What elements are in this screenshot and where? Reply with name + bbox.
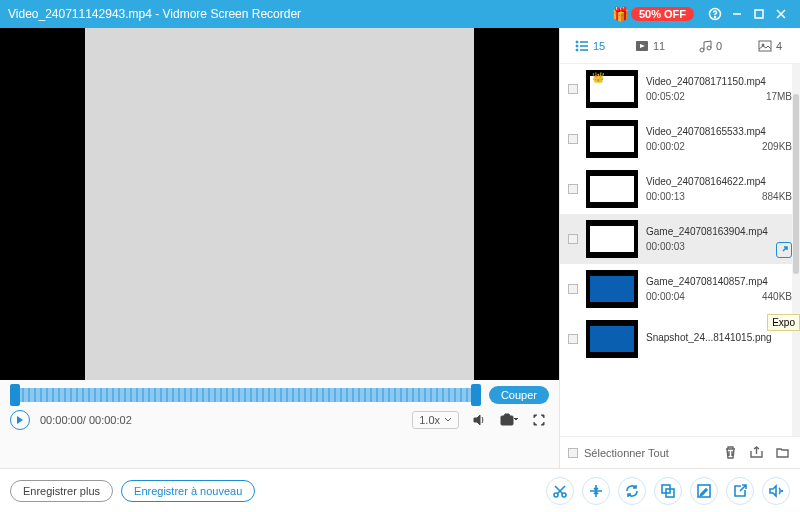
snapshot-icon[interactable] (499, 410, 519, 430)
merge-tool[interactable] (654, 477, 682, 505)
maximize-icon[interactable] (748, 3, 770, 25)
item-share-icon[interactable] (776, 242, 792, 258)
folder-button[interactable] (772, 443, 792, 463)
recordings-list[interactable]: 👑Video_240708171150.mp400:05:0217MBVideo… (560, 64, 800, 436)
item-checkbox[interactable] (568, 84, 578, 94)
item-checkbox[interactable] (568, 184, 578, 194)
trim-timeline[interactable] (10, 388, 481, 402)
trim-tool[interactable] (546, 477, 574, 505)
trim-handle-right[interactable] (471, 384, 481, 406)
export-button[interactable] (746, 443, 766, 463)
item-thumbnail (586, 270, 638, 308)
item-checkbox[interactable] (568, 334, 578, 344)
item-size: 209KB (762, 141, 792, 152)
compress-tool[interactable] (582, 477, 610, 505)
item-filename: Game_240708140857.mp4 (646, 276, 792, 287)
svg-point-4 (505, 418, 510, 423)
gift-icon: 🎁 (612, 6, 629, 22)
record-more-button[interactable]: Enregistrer plus (10, 480, 113, 502)
item-checkbox[interactable] (568, 234, 578, 244)
convert-tool[interactable] (618, 477, 646, 505)
list-item[interactable]: Video_240708164622.mp400:00:13884KB (560, 164, 800, 214)
item-duration: 00:00:02 (646, 141, 685, 152)
audio-icon (698, 39, 712, 53)
export-tooltip: Expo (767, 314, 800, 331)
item-size: 440KB (762, 291, 792, 302)
tab-audio[interactable]: 0 (680, 39, 740, 53)
item-filename: Game_240708163904.mp4 (646, 226, 792, 237)
image-icon (758, 39, 772, 53)
item-thumbnail (586, 170, 638, 208)
window-title: Video_240711142943.mp4 - Vidmore Screen … (8, 7, 301, 21)
tab-list[interactable]: 15 (560, 39, 620, 53)
svg-point-9 (700, 48, 704, 52)
list-icon (575, 39, 589, 53)
video-icon (635, 39, 649, 53)
item-thumbnail (586, 320, 638, 358)
item-checkbox[interactable] (568, 284, 578, 294)
play-button[interactable] (10, 410, 30, 430)
svg-point-7 (576, 49, 578, 51)
list-item[interactable]: Video_240708165533.mp400:00:02209KB (560, 114, 800, 164)
svg-point-1 (715, 17, 716, 18)
list-item[interactable]: Snapshot_24...8141015.png (560, 314, 800, 364)
share-tool[interactable] (726, 477, 754, 505)
promo-badge: 50% OFF (631, 7, 694, 21)
close-icon[interactable] (770, 3, 792, 25)
select-all-checkbox[interactable] (568, 448, 578, 458)
item-thumbnail (586, 220, 638, 258)
fullscreen-icon[interactable] (529, 410, 549, 430)
item-filename: Snapshot_24...8141015.png (646, 332, 792, 343)
list-item[interactable]: Game_240708140857.mp400:00:04440KB (560, 264, 800, 314)
item-size: 884KB (762, 191, 792, 202)
item-checkbox[interactable] (568, 134, 578, 144)
svg-point-10 (707, 46, 711, 50)
list-item[interactable]: Game_240708163904.mp400:00:03 (560, 214, 800, 264)
item-size: 17MB (766, 91, 792, 102)
cut-button[interactable]: Couper (489, 386, 549, 404)
select-all-label: Sélectionner Tout (584, 447, 669, 459)
help-icon[interactable] (704, 3, 726, 25)
video-viewer (0, 28, 559, 380)
tab-image[interactable]: 4 (740, 39, 800, 53)
promo-banner[interactable]: 🎁 50% OFF (612, 6, 694, 22)
item-thumbnail: 👑 (586, 70, 638, 108)
item-duration: 00:00:04 (646, 291, 685, 302)
volume-icon[interactable] (469, 410, 489, 430)
svg-point-5 (576, 41, 578, 43)
minimize-icon[interactable] (726, 3, 748, 25)
item-thumbnail (586, 120, 638, 158)
playback-time: 00:00:00/ 00:00:02 (40, 414, 132, 426)
audio-tool[interactable] (762, 477, 790, 505)
svg-rect-11 (759, 41, 771, 51)
record-again-button[interactable]: Enregistrer à nouveau (121, 480, 255, 502)
item-filename: Video_240708171150.mp4 (646, 76, 792, 87)
edit-tool[interactable] (690, 477, 718, 505)
trim-handle-left[interactable] (10, 384, 20, 406)
tab-video[interactable]: 11 (620, 39, 680, 53)
item-duration: 00:00:03 (646, 241, 685, 252)
svg-rect-2 (755, 10, 763, 18)
item-duration: 00:00:13 (646, 191, 685, 202)
scrollbar[interactable] (792, 64, 800, 436)
item-filename: Video_240708164622.mp4 (646, 176, 792, 187)
speed-select[interactable]: 1.0x (412, 411, 459, 429)
delete-button[interactable] (720, 443, 740, 463)
list-item[interactable]: 👑Video_240708171150.mp400:05:0217MB (560, 64, 800, 114)
item-filename: Video_240708165533.mp4 (646, 126, 792, 137)
item-duration: 00:05:02 (646, 91, 685, 102)
svg-point-6 (576, 45, 578, 47)
